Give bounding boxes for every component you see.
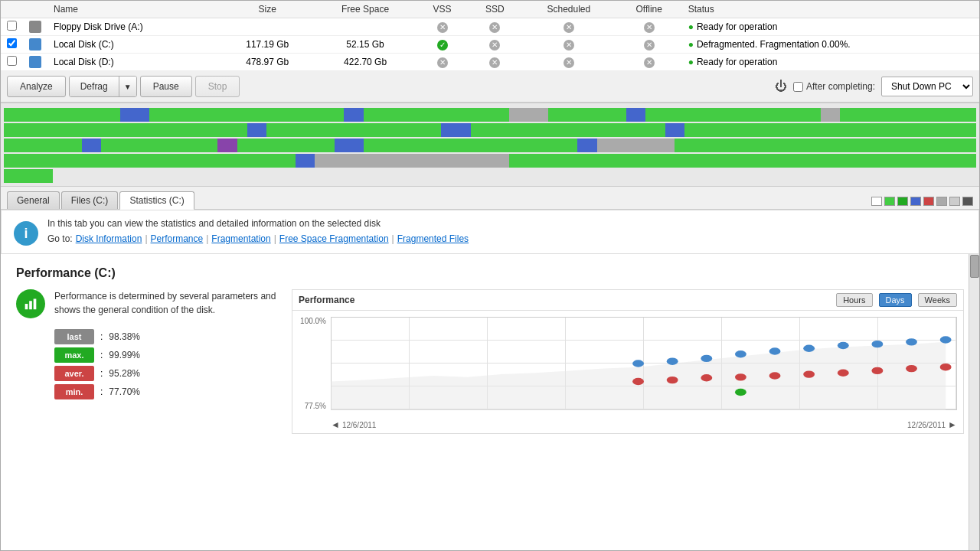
legend-box-gray[interactable] [936,197,947,206]
x-label-end: 12/26/2011 ► [907,419,957,430]
ssd-x-icon: ✕ [489,22,500,33]
legend-box-green2[interactable] [897,197,908,206]
vss-x-icon: ✕ [437,22,448,33]
bar-segment [149,108,344,122]
chart-btn-hours[interactable]: Hours [836,293,872,307]
disk-name: Local Disk (D:) [47,54,220,71]
disk-checkbox-2[interactable] [7,56,17,66]
disk-status: ●Ready for operation [682,18,979,36]
disk-checkbox-0[interactable] [7,21,17,31]
content-area: Performance (C:) Performance is determin… [1,254,979,550]
chart-y-labels: 100.0% 77.5% [292,317,329,410]
bar-segment [4,123,247,137]
link-frag-files[interactable]: Fragmented Files [397,233,469,244]
legend-box-dark[interactable] [962,197,973,206]
main-window: Name Size Free Space VSS SSD Scheduled O… [0,0,980,551]
link-freespace-frag[interactable]: Free Space Fragmentation [279,233,389,244]
bar-segment [509,108,548,122]
svg-point-7 [838,342,849,349]
bar-segment [4,154,296,168]
defrag-dropdown-arrow[interactable]: ▼ [119,77,136,96]
svg-point-2 [667,357,678,364]
legend-box-lgray[interactable] [949,197,960,206]
bar-segment [4,108,120,122]
chart-x-labels: ◄ 12/6/2011 12/26/2011 ► [331,419,957,430]
col-size: Size [220,1,315,18]
table-row[interactable]: Local Disk (D:)478.97 Gb422.70 Gb✕✕✕✕●Re… [1,54,979,71]
bar-segment [840,108,976,122]
svg-point-11 [632,378,644,385]
svg-point-9 [906,338,917,345]
tab-files[interactable]: Files (C:) [61,191,119,209]
goto-line: Go to: Disk Information | Performance | … [47,233,966,244]
legend-box-red[interactable] [923,197,934,206]
bar-segment [364,139,577,152]
chart-next-arrow[interactable]: ► [948,419,957,430]
disk-size: 478.97 Gb [220,54,315,71]
pause-button[interactable]: Pause [140,76,192,97]
legend-box-white[interactable] [871,197,882,206]
disk-scheduled: ✕ [521,36,616,54]
disk-size [220,18,315,36]
svg-point-3 [701,355,712,362]
tab-statistics[interactable]: Statistics (C:) [119,191,194,210]
scheduled-x-icon: ✕ [564,57,574,68]
bar-segment [237,139,335,152]
disk-freespace: 52.15 Gb [315,36,416,54]
disk-bar-4 [4,169,976,183]
info-icon: i [14,221,38,246]
stat-badge-aver: aver. [54,366,94,381]
power-icon[interactable]: ⏻ [775,80,787,93]
legend-box-green[interactable] [884,197,895,206]
disk-table-container: Name Size Free Space VSS SSD Scheduled O… [1,1,979,71]
svg-point-1 [632,360,644,367]
disk-bar-0 [4,108,976,122]
stat-value-aver: 95.28% [109,368,140,379]
defrag-button[interactable]: Defrag [70,77,119,96]
bar-segment [101,139,217,152]
bar-segment [53,169,977,183]
link-fragmentation[interactable]: Fragmentation [211,233,270,244]
info-panel: i In this tab you can view the statistic… [1,210,979,254]
x-label-start: ◄ 12/6/2011 [331,419,376,430]
svg-point-17 [838,370,849,377]
disk-table: Name Size Free Space VSS SSD Scheduled O… [1,1,979,71]
shutdown-select[interactable]: Shut Down PCRestartHibernateSleepExit Pr… [881,77,973,96]
link-disk-info[interactable]: Disk Information [76,233,142,244]
table-row[interactable]: Local Disk (C:)117.19 Gb52.15 Gb✓✕✕✕●Def… [1,36,979,54]
bar-segment [364,108,510,122]
status-green-icon: ● [688,21,694,32]
scrollbar-track[interactable] [969,254,979,550]
bar-segment [266,123,442,137]
bar-segment [684,123,976,137]
after-completing-checkbox[interactable] [793,82,803,92]
svg-point-12 [667,377,678,383]
bar-segment [315,154,509,168]
svg-point-18 [871,367,883,374]
status-green-icon: ● [688,57,694,67]
chart-prev-arrow[interactable]: ◄ [331,419,340,430]
scrollbar-thumb[interactable] [970,255,979,278]
content-wrapper: Performance (C:) Performance is determin… [1,254,979,550]
performance-stats: last:98.38%max.:99.99%aver.:95.28%min.:7… [54,329,276,399]
chart-svg [331,317,957,410]
disk-freespace: 422.70 Gb [315,54,416,71]
disk-checkbox-1[interactable] [7,38,17,48]
col-name: Name [47,1,220,18]
disk-offline: ✕ [616,36,682,54]
tabs-left: GeneralFiles (C:)Statistics (C:) [7,191,194,209]
legend-box-blue[interactable] [910,197,921,206]
bar-segment [509,154,976,168]
bar-segment [82,139,101,152]
table-row[interactable]: Floppy Disk Drive (A:)✕✕✕✕●Ready for ope… [1,18,979,36]
disk-offline: ✕ [616,18,682,36]
chart-btn-days[interactable]: Days [879,293,912,307]
link-performance[interactable]: Performance [151,233,204,244]
analyze-button[interactable]: Analyze [7,76,66,97]
svg-point-4 [735,350,746,357]
bar-segment [548,108,626,122]
disk-vss: ✕ [416,18,469,36]
hdd-icon [29,56,41,68]
chart-btn-weeks[interactable]: Weeks [918,293,957,307]
tab-general[interactable]: General [7,191,60,209]
